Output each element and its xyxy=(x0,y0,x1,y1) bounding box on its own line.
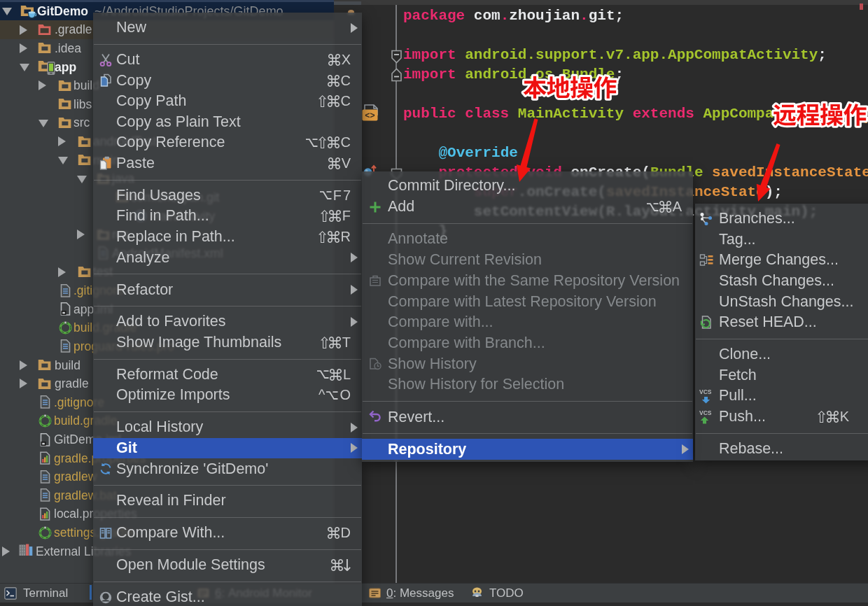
svg-text:VCS: VCS xyxy=(699,388,712,395)
svg-text:VCS: VCS xyxy=(699,409,712,416)
svg-text:<>: <> xyxy=(365,111,374,121)
